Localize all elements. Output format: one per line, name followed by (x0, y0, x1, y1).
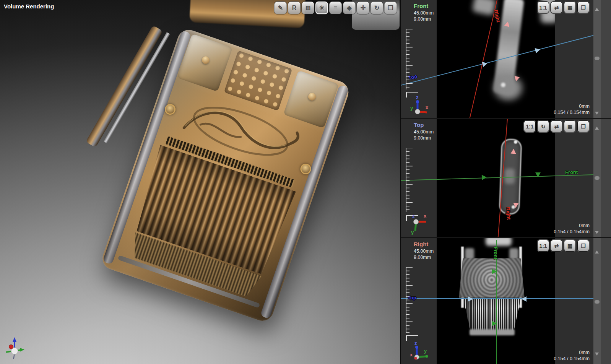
renderer-presets-icon[interactable]: ≡ (329, 2, 342, 14)
pixel-resolution: 0.154 / 0.154mm (554, 356, 590, 362)
slice-view-top[interactable]: Front Right Top 45.00mm 9.00mm 1:1 ↻ ⇄ ▦… (401, 118, 611, 237)
top-slice-scrollbar[interactable] (593, 119, 601, 237)
slice-feature (465, 248, 474, 260)
slice-direction-arrow[interactable] (492, 269, 497, 274)
slice-feature (470, 329, 515, 335)
view-title: Volume Rendering (4, 3, 54, 10)
right-toolbar: 1:1 ⇄ ▦ ❐ (537, 240, 589, 252)
svg-text:z: z (414, 340, 417, 346)
right-width-label: 45.00mm (414, 248, 434, 254)
panel-edge-strip (601, 0, 611, 118)
scroll-thumb[interactable] (595, 176, 600, 180)
volume-rendering-view[interactable]: Volume Rendering ✎ R ⊞ ☀ ≡ ◈ ✛ ↻ ❐ (0, 0, 400, 364)
front-view-title: Front (414, 2, 434, 10)
zoom-1-1-icon[interactable]: 1:1 (537, 240, 549, 252)
slice-feature (505, 169, 515, 184)
right-ruler (405, 267, 414, 335)
top-ruler (405, 148, 414, 214)
annotations-cube-icon[interactable]: ◈ (343, 2, 356, 14)
registration-icon[interactable]: R (288, 2, 301, 14)
top-width-label: 45.00mm (414, 129, 434, 135)
top-thickness-label: 9.00mm (414, 135, 434, 141)
crosshair-label-front[interactable]: Front (493, 247, 499, 259)
maximize-view-icon[interactable]: ❐ (577, 240, 589, 252)
zoom-1-1-icon[interactable]: 1:1 (537, 2, 549, 13)
slice-direction-arrow[interactable] (492, 321, 497, 326)
pixel-resolution: 0.154 / 0.154mm (554, 109, 590, 115)
pan-icon[interactable]: ✛ (357, 2, 369, 14)
slice-direction-arrow[interactable] (513, 203, 519, 208)
scroll-thumb[interactable] (595, 57, 600, 60)
crosshair-top-line[interactable] (401, 298, 611, 299)
slice-feature (501, 83, 505, 87)
scroll-thumb[interactable] (595, 300, 600, 304)
right-slice-scrollbar[interactable] (593, 238, 601, 364)
top-axis-gizmo: z x y (406, 212, 433, 236)
maximize-view-icon[interactable]: ❐ (577, 2, 589, 13)
slice-position: 0mm (554, 223, 590, 229)
crosshair-label-right[interactable]: Right (505, 207, 512, 220)
mirror-slice-icon[interactable]: ⇄ (551, 2, 562, 13)
slice-direction-arrow[interactable] (522, 296, 526, 302)
scroll-down-icon[interactable] (595, 353, 599, 356)
unfold-views-icon[interactable]: ▦ (564, 2, 576, 13)
svg-text:y: y (411, 229, 414, 235)
crosshair-label-front[interactable]: Front (565, 169, 578, 175)
scroll-up-icon[interactable] (595, 8, 599, 11)
slice-view-front[interactable]: Top Right Front 45.00mm 9.00mm 1:1 ⇄ ▦ ❐ (401, 0, 611, 118)
main-toolbar: ✎ R ⊞ ☀ ≡ ◈ ✛ ↻ ❐ (274, 2, 397, 14)
slice-position: 0mm (554, 103, 590, 109)
unfold-views-icon[interactable]: ▦ (564, 240, 576, 252)
svg-text:x: x (426, 104, 429, 110)
scroll-up-icon[interactable] (595, 250, 599, 253)
panel-edge-strip (601, 238, 611, 364)
mirror-slice-icon[interactable]: ⇄ (551, 240, 562, 252)
top-readout: 0mm 0.154 / 0.154mm (554, 223, 590, 235)
top-toolbar: 1:1 ↻ ⇄ ▦ ❐ (524, 120, 589, 132)
lighting-icon[interactable]: ☀ (315, 2, 328, 14)
front-width-label: 45.00mm (414, 10, 434, 16)
slice-feature (509, 248, 518, 260)
top-view-title: Top (414, 121, 434, 129)
front-axis-gizmo: z x y (406, 94, 433, 116)
slice-feature (514, 140, 517, 144)
maximize-view-icon[interactable]: ❐ (384, 2, 397, 14)
front-ruler (405, 29, 414, 91)
slice-direction-arrow[interactable] (504, 21, 511, 27)
scroll-down-icon[interactable] (595, 231, 599, 234)
slice-direction-arrow[interactable] (482, 175, 487, 180)
rotate-slice-icon[interactable]: ↻ (537, 120, 549, 132)
slice-view-right[interactable]: Top Front Right 45.00mm 9.00mm 1:1 ⇄ ▦ ❐ (401, 237, 611, 364)
scroll-up-icon[interactable] (595, 127, 599, 130)
svg-text:z: z (416, 94, 419, 100)
slice-direction-arrow[interactable] (535, 172, 541, 177)
zoom-1-1-icon[interactable]: 1:1 (524, 120, 536, 132)
unfold-views-icon[interactable]: ▦ (564, 120, 576, 132)
orientation-gizmo (2, 334, 27, 362)
front-readout: 0mm 0.154 / 0.154mm (554, 103, 590, 115)
slice-position: 0mm (554, 349, 590, 356)
right-readout: 0mm 0.154 / 0.154mm (554, 349, 590, 362)
right-axis-gizmo: z y x (406, 339, 433, 362)
panel-edge-strip (601, 119, 611, 237)
right-thickness-label: 9.00mm (414, 254, 434, 260)
slice-direction-arrow[interactable] (514, 76, 520, 82)
front-toolbar: 1:1 ⇄ ▦ ❐ (537, 2, 589, 13)
clipping-plane-icon[interactable]: ⊞ (302, 2, 314, 14)
slice-views-column: Top Right Front 45.00mm 9.00mm 1:1 ⇄ ▦ ❐ (400, 0, 611, 364)
svg-text:x: x (410, 352, 413, 358)
front-header: Front 45.00mm 9.00mm (414, 2, 434, 22)
front-thickness-label: 9.00mm (414, 16, 434, 22)
maximize-view-icon[interactable]: ❐ (577, 120, 589, 132)
mirror-slice-icon[interactable]: ⇄ (551, 120, 562, 132)
top-header: Top 45.00mm 9.00mm (414, 121, 434, 141)
right-header: Right 45.00mm 9.00mm (414, 240, 434, 260)
render-settings-icon[interactable]: ✎ (274, 2, 287, 14)
front-slice-scrollbar[interactable] (593, 0, 601, 118)
svg-text:x: x (424, 213, 427, 219)
scroll-down-icon[interactable] (595, 112, 599, 115)
pixel-resolution: 0.154 / 0.154mm (554, 229, 590, 235)
rotate-view-icon[interactable]: ↻ (370, 2, 383, 14)
slice-direction-arrow[interactable] (468, 296, 473, 302)
slice-direction-arrow[interactable] (511, 149, 517, 154)
